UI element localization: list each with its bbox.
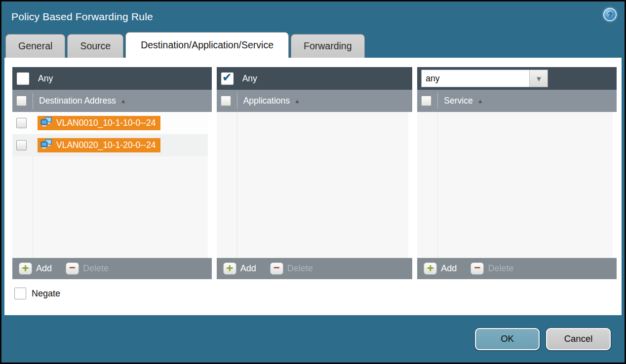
destination-toolbar: + Add − Delete <box>12 258 212 279</box>
add-button-label: Add <box>441 263 457 274</box>
address-object-tag[interactable]: VLAN0020_10-1-20-0--24 <box>38 138 160 152</box>
network-computers-icon <box>40 139 53 152</box>
service-list <box>417 112 617 258</box>
service-dropdown-value: any <box>422 70 529 87</box>
negate-row: Negate <box>14 288 622 299</box>
table-row[interactable]: VLAN0020_10-1-20-0--24 <box>12 134 208 156</box>
scrollbar-track[interactable] <box>408 112 412 258</box>
address-object-tag[interactable]: VLAN0010_10-1-10-0--24 <box>38 116 160 130</box>
add-button[interactable]: + Add <box>223 262 256 275</box>
chevron-down-icon[interactable]: ▼ <box>529 70 548 87</box>
tab-forwarding[interactable]: Forwarding <box>291 34 365 58</box>
service-dropdown[interactable]: any ▼ <box>421 70 548 87</box>
negate-checkbox[interactable] <box>14 288 26 299</box>
table-row[interactable]: VLAN0010_10-1-10-0--24 <box>12 112 208 134</box>
destination-any-checkbox[interactable] <box>17 73 29 85</box>
destination-address-sort-header[interactable]: Destination Address ▲ <box>39 96 126 106</box>
address-object-name: VLAN0010_10-1-10-0--24 <box>56 118 156 128</box>
service-panel: any ▼ Service ▲ + Ad <box>417 67 617 279</box>
tab-general[interactable]: General <box>5 34 65 58</box>
applications-panel: Any Applications ▲ + Add <box>217 67 413 279</box>
service-sort-header[interactable]: Service ▲ <box>444 96 483 106</box>
dialog-footer: OK Cancel <box>1 315 625 363</box>
tab-destination-application-service[interactable]: Destination/Application/Service <box>125 32 289 58</box>
help-icon[interactable]: ? <box>603 8 617 21</box>
scrollbar-track[interactable] <box>208 112 212 258</box>
applications-list <box>217 112 413 258</box>
row-checkbox[interactable] <box>16 118 27 128</box>
network-computers-icon <box>40 117 53 130</box>
destination-any-label: Any <box>38 73 53 84</box>
destination-address-header: Destination Address ▲ <box>12 90 212 112</box>
address-object-name: VLAN0020_10-1-20-0--24 <box>56 140 156 150</box>
plus-icon: + <box>223 262 236 275</box>
service-select-all-checkbox[interactable] <box>421 96 431 106</box>
add-button[interactable]: + Add <box>19 262 52 275</box>
dialog-title: Policy Based Forwarding Rule <box>1 11 153 23</box>
plus-icon: + <box>424 262 437 275</box>
sort-ascending-icon: ▲ <box>120 98 126 105</box>
minus-icon: − <box>66 262 79 275</box>
ok-button[interactable]: OK <box>475 328 540 350</box>
destination-address-panel: Any Destination Address ▲ <box>12 67 212 279</box>
title-bar: Policy Based Forwarding Rule ? <box>1 1 625 32</box>
add-button[interactable]: + Add <box>424 262 457 275</box>
destination-any-bar: Any <box>12 67 212 90</box>
cancel-button[interactable]: Cancel <box>546 328 611 350</box>
delete-button[interactable]: − Delete <box>470 262 513 275</box>
tab-bar: General Source Destination/Application/S… <box>1 32 625 58</box>
sort-ascending-icon: ▲ <box>294 98 300 105</box>
applications-header: Applications ▲ <box>217 90 413 112</box>
applications-any-bar: Any <box>217 67 413 90</box>
tab-content: Any Destination Address ▲ <box>4 58 622 315</box>
selection-columns: Any Destination Address ▲ <box>4 58 622 279</box>
delete-button-label: Delete <box>83 263 109 274</box>
sort-ascending-icon: ▲ <box>477 98 483 105</box>
applications-toolbar: + Add − Delete <box>217 258 413 279</box>
add-button-label: Add <box>240 263 256 274</box>
policy-based-forwarding-dialog: Policy Based Forwarding Rule ? General S… <box>0 0 626 364</box>
row-checkbox[interactable] <box>16 140 27 150</box>
applications-select-all-checkbox[interactable] <box>221 96 231 106</box>
service-header-label: Service <box>444 96 472 106</box>
applications-any-label: Any <box>242 73 257 84</box>
delete-button-label: Delete <box>287 263 313 274</box>
applications-any-checkbox[interactable] <box>221 73 234 85</box>
minus-icon: − <box>270 262 283 275</box>
applications-sort-header[interactable]: Applications ▲ <box>243 96 300 106</box>
destination-address-list: VLAN0010_10-1-10-0--24 <box>12 112 212 258</box>
plus-icon: + <box>19 262 32 275</box>
negate-label: Negate <box>32 289 60 299</box>
minus-icon: − <box>470 262 484 275</box>
delete-button[interactable]: − Delete <box>270 262 313 275</box>
delete-button[interactable]: − Delete <box>66 262 109 275</box>
destination-address-header-label: Destination Address <box>39 96 116 106</box>
delete-button-label: Delete <box>488 263 513 274</box>
service-dropdown-bar: any ▼ <box>417 67 617 90</box>
scrollbar-track[interactable] <box>613 112 617 258</box>
destination-select-all-checkbox[interactable] <box>16 96 27 106</box>
add-button-label: Add <box>36 263 52 274</box>
service-toolbar: + Add − Delete <box>417 258 617 279</box>
applications-header-label: Applications <box>243 96 290 106</box>
tab-source[interactable]: Source <box>67 34 123 58</box>
service-header: Service ▲ <box>417 90 617 112</box>
